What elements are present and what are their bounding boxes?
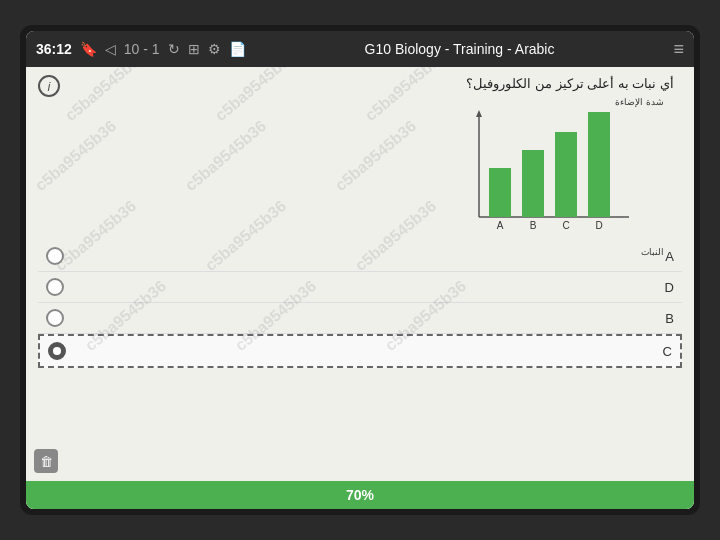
radio-a[interactable] [46, 247, 64, 265]
svg-text:B: B [530, 220, 537, 231]
top-bar: 36:12 🔖 ◁ 10 - 1 ↻ ⊞ ⚙ 📄 G10 Biology - T… [26, 31, 694, 67]
counter-display: 10 - 1 [124, 41, 160, 57]
answer-label-c: C [76, 344, 672, 359]
answer-row-b[interactable]: B [38, 303, 682, 334]
radio-c-inner [53, 347, 61, 355]
svg-text:C: C [562, 220, 569, 231]
svg-rect-3 [489, 168, 511, 217]
grid-icon[interactable]: ⊞ [188, 41, 200, 57]
answers-section: A D B C [38, 241, 682, 481]
answer-row-a[interactable]: A [38, 241, 682, 272]
bookmark-icon[interactable]: 🔖 [80, 41, 97, 57]
chart-y-label: شدة الإضاءة [615, 97, 664, 107]
chart-container: شدة الإضاءة A [444, 97, 664, 257]
timer-display: 36:12 [36, 41, 72, 57]
progress-text: 70% [346, 487, 374, 503]
settings-icon[interactable]: ⚙ [208, 41, 221, 57]
refresh-icon[interactable]: ↻ [168, 41, 180, 57]
svg-text:D: D [595, 220, 602, 231]
chart-svg: A B C D [454, 107, 634, 237]
svg-rect-5 [555, 132, 577, 217]
svg-text:A: A [497, 220, 504, 231]
progress-bar-container: 70% [26, 481, 694, 509]
top-bar-left: 36:12 🔖 ◁ 10 - 1 ↻ ⊞ ⚙ 📄 [36, 41, 246, 57]
info-icon[interactable]: i [38, 75, 60, 97]
svg-rect-6 [588, 112, 610, 217]
question-text: أي نبات به أعلى تركيز من الكلوروفيل؟ [60, 75, 674, 93]
question-area: i أي نبات به أعلى تركيز من الكلوروفيل؟ ش… [26, 67, 694, 481]
menu-icon[interactable]: ≡ [673, 39, 684, 60]
answer-label-b: B [74, 311, 674, 326]
radio-b[interactable] [46, 309, 64, 327]
app-title: G10 Biology - Training - Arabic [246, 41, 674, 57]
answer-row-d[interactable]: D [38, 272, 682, 303]
doc-icon[interactable]: 📄 [229, 41, 246, 57]
back-icon[interactable]: ◁ [105, 41, 116, 57]
svg-rect-4 [522, 150, 544, 217]
delete-icon[interactable]: 🗑 [34, 449, 58, 473]
answer-label-a: A [74, 249, 674, 264]
answer-label-d: D [74, 280, 674, 295]
radio-c[interactable] [48, 342, 66, 360]
tablet-frame: 36:12 🔖 ◁ 10 - 1 ↻ ⊞ ⚙ 📄 G10 Biology - T… [20, 25, 700, 515]
radio-d[interactable] [46, 278, 64, 296]
question-header: i أي نبات به أعلى تركيز من الكلوروفيل؟ [38, 75, 682, 97]
svg-marker-2 [476, 110, 482, 117]
screen: 36:12 🔖 ◁ 10 - 1 ↻ ⊞ ⚙ 📄 G10 Biology - T… [26, 31, 694, 509]
content-area: c5ba9545b36 c5ba9545b36 c5ba9545b36 c5ba… [26, 67, 694, 509]
answer-row-c[interactable]: C [38, 334, 682, 368]
